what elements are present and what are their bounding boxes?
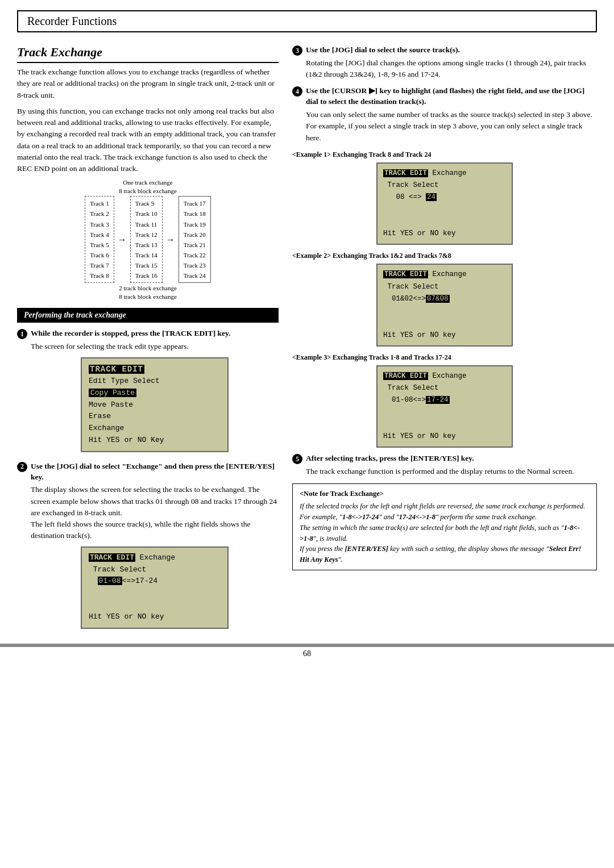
two-block-label: 2 track block exchange (17, 285, 279, 291)
ex1-line6: Hit YES or NO key (383, 228, 506, 240)
right-step-4: 4 Use the [CURSOR ▶] key to highlight (a… (292, 86, 597, 144)
lcd2-line3: 01-08<=>17-24 (89, 575, 221, 587)
track-22: Track 22 (184, 250, 206, 260)
ex1-line5 (383, 216, 506, 228)
lcd2-line6: Hit YES or NO key (89, 611, 221, 623)
ex3-line5 (383, 419, 506, 431)
ex3-line3: 01-08<=>17-24 (383, 394, 506, 406)
arrow-2: → (165, 196, 176, 283)
left-column: Track Exchange The track exchange functi… (17, 32, 279, 638)
track-16: Track 16 (135, 270, 157, 281)
ex1-line4 (383, 204, 506, 216)
header-title: Recorder Functions (27, 15, 117, 27)
lcd-example-3: TRACK EDIT Exchange Track Select 01-08<=… (376, 365, 513, 448)
track-18: Track 18 (184, 208, 206, 219)
step-1: 1 While the recorder is stopped, press t… (17, 328, 279, 456)
step-5-title: After selecting tracks, press the [ENTER… (306, 453, 597, 464)
track-12: Track 12 (135, 229, 157, 240)
ex3-line4 (383, 407, 506, 419)
track-15: Track 15 (135, 260, 157, 270)
lcd2-range: 01-08 (98, 577, 122, 585)
lcd2-line1: TRACK EDIT Exchange (89, 552, 221, 564)
track-6: Track 6 (90, 250, 109, 260)
step-2: 2 Use the [JOG] dial to select "Exchange… (17, 461, 279, 633)
track-14: Track 14 (135, 250, 157, 260)
lcd2-line4 (89, 587, 221, 599)
lcd2-line5 (89, 599, 221, 611)
step-2-body: The display shows the screen for selecti… (31, 484, 279, 541)
ex2-line6: Hit YES or NO key (383, 329, 506, 341)
track-20: Track 20 (184, 229, 206, 240)
track-11: Track 11 (135, 219, 157, 229)
track-7: Track 7 (90, 260, 109, 270)
ex1-line2: Track Select (383, 180, 506, 191)
step-1-content: While the recorder is stopped, press the… (31, 328, 279, 456)
note-select-err: Select Err! Hit Any Keys (300, 545, 581, 564)
step-5-body: The track exchange function is performed… (306, 466, 597, 477)
step-4-body: You can only select the same number of t… (306, 109, 597, 144)
lcd2-line2: Track Select (89, 564, 221, 576)
step-4-title: Use the [CURSOR ▶] key to highlight (and… (306, 86, 597, 107)
ex3-highlight: TRACK EDIT (383, 372, 428, 380)
note-line-2: For example, "1-8<->17-24" and "17-24<->… (300, 512, 590, 523)
ex2-line2: Track Select (383, 281, 506, 293)
step-2-title: Use the [JOG] dial to select "Exchange" … (31, 461, 279, 483)
track-3: Track 3 (90, 219, 109, 229)
step-num-1: 1 (17, 329, 27, 339)
diagram-inner: Track 1 Track 2 Track 3 Track 4 Track 5 … (17, 196, 279, 283)
step-2-content: Use the [JOG] dial to select "Exchange" … (31, 461, 279, 633)
track-col-2: Track 9 Track 10 Track 11 Track 12 Track… (130, 196, 163, 283)
ex3-line2: Track Select (383, 382, 506, 394)
right-step-3: 3 Use the [JOG] dial to select the sourc… (292, 45, 597, 80)
lcd1-line3: Copy Paste (89, 387, 221, 399)
track-1: Track 1 (90, 198, 109, 208)
right-column: 3 Use the [JOG] dial to select the sourc… (292, 32, 597, 638)
step-3-content: Use the [JOG] dial to select the source … (306, 45, 597, 80)
lcd-example-2: TRACK EDIT Exchange Track Select 01&02<=… (376, 264, 513, 347)
track-17: Track 17 (184, 198, 206, 208)
lcd1-line5: Erase (89, 411, 221, 423)
step-5-content: After selecting tracks, press the [ENTER… (306, 453, 597, 477)
example-1-label: <Example 1> Exchanging Track 8 and Track… (292, 151, 597, 159)
track-8: Track 8 (90, 270, 109, 281)
example-3-label: <Example 3> Exchanging Tracks 1-8 and Tr… (292, 353, 597, 362)
ex2-line3: 01&02<=>07&08 (383, 293, 506, 305)
track-13: Track 13 (135, 240, 157, 250)
footer-page-number: 68 (0, 647, 614, 663)
step-num-3: 3 (292, 45, 302, 56)
lcd-step2: TRACK EDIT Exchange Track Select 01-08<=… (81, 546, 229, 629)
track-10: Track 10 (135, 208, 157, 219)
track-2: Track 2 (90, 208, 109, 219)
track-diagram: One track exchange 8 track block exchang… (17, 179, 279, 300)
performing-header: Performing the track exchange (17, 308, 279, 323)
step-3-title: Use the [JOG] dial to select the source … (306, 45, 597, 56)
step-num-4: 4 (292, 86, 302, 97)
ex1-line3: 08 <=> 24 (383, 191, 506, 203)
ex3-dest: 17-24 (426, 396, 450, 404)
lcd1-line4: Move Paste (89, 399, 221, 411)
track-24: Track 24 (184, 270, 206, 281)
right-step-5: 5 After selecting tracks, press the [ENT… (292, 453, 597, 477)
arrow-1: → (117, 196, 128, 283)
ex2-line4 (383, 305, 506, 317)
track-23: Track 23 (184, 260, 206, 270)
lcd-step1: TRACK EDIT Edit Type Select Copy Paste M… (81, 357, 229, 452)
paragraph-2: By using this function, you can exchange… (17, 106, 279, 175)
lcd-example-1: TRACK EDIT Exchange Track Select 08 <=> … (376, 162, 513, 245)
track-21: Track 21 (184, 240, 206, 250)
note-line-3: The setting in which the same track(s) a… (300, 523, 590, 544)
step-4-content: Use the [CURSOR ▶] key to highlight (and… (306, 86, 597, 144)
ex2-highlight: TRACK EDIT (383, 270, 428, 278)
track-9: Track 9 (135, 198, 157, 208)
note-example-2: 17-24<->1-8 (399, 513, 435, 521)
step-3-body: Rotating the [JOG] dial changes the opti… (306, 57, 597, 81)
track-4: Track 4 (90, 229, 109, 240)
step-num-5: 5 (292, 454, 302, 464)
note-enter-yes: [ENTER/YES] (345, 545, 388, 553)
lcd1-line7: Hit YES or NO Key (89, 435, 221, 446)
paragraph-1: The track exchange function allows you t… (17, 66, 279, 101)
note-example-3: 1-8<->1-8 (300, 524, 580, 542)
ex1-highlight: TRACK EDIT (383, 169, 428, 177)
ex2-dest: 07&08 (426, 295, 450, 303)
lcd1-line2: Edit Type Select (89, 375, 221, 387)
